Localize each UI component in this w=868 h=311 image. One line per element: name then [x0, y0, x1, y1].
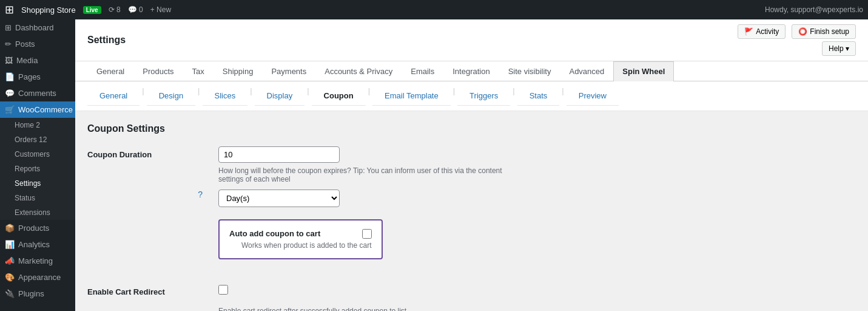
wp-logo-icon[interactable]: ⊞: [5, 3, 14, 16]
media-icon: 🖼: [5, 56, 13, 65]
tab-site-visibility[interactable]: Site visibility: [499, 61, 560, 81]
sidebar-label-woocommerce: WooCommerce: [18, 105, 73, 114]
separator: |: [562, 86, 564, 106]
duration-unit-control: Day(s) Hour(s) Minute(s): [218, 190, 856, 207]
plugins-icon: 🔌: [5, 289, 15, 298]
sidebar-item-extensions[interactable]: Extensions: [10, 205, 75, 220]
site-name[interactable]: Shopping Store: [21, 5, 76, 15]
sidebar-item-status[interactable]: Status: [10, 191, 75, 205]
subnav-general[interactable]: General: [87, 86, 140, 106]
sidebar-label-pages: Pages: [18, 72, 41, 81]
content-body: Coupon Settings Coupon Duration How long…: [75, 111, 868, 311]
analytics-icon: 📊: [5, 240, 15, 249]
user-greeting: Howdy, support@wpexperts.io: [765, 5, 863, 14]
subnav-triggers[interactable]: Triggers: [457, 86, 510, 106]
sidebar-label-marketing: Marketing: [18, 256, 53, 265]
sidebar-item-analytics[interactable]: 📊 Analytics: [0, 236, 75, 253]
sidebar-item-posts[interactable]: ✏ Posts: [0, 36, 75, 52]
subnav-stats[interactable]: Stats: [517, 86, 560, 106]
activity-button[interactable]: 🚩 Activity: [738, 24, 786, 39]
woocommerce-icon: 🛒: [5, 105, 15, 114]
header-actions: 🚩 Activity ⭕ Finish setup Help ▾: [738, 24, 856, 56]
finish-setup-button[interactable]: ⭕ Finish setup: [792, 24, 856, 39]
settings-tabs: General Products Tax Shipping Payments A…: [75, 61, 868, 81]
updates-count[interactable]: ⟳ 8: [109, 5, 121, 14]
live-badge: Live: [83, 6, 101, 14]
sidebar: ⊞ Dashboard ✏ Posts 🖼 Media 📄 Pages 💬 Co…: [0, 19, 75, 311]
separator: |: [513, 86, 514, 106]
cart-redirect-hint: Enable cart redirect after successfully …: [218, 307, 522, 311]
sidebar-item-woocommerce[interactable]: 🛒 WooCommerce: [0, 101, 75, 118]
marketing-icon: 📣: [5, 256, 15, 265]
sidebar-item-media[interactable]: 🖼 Media: [0, 52, 75, 69]
duration-unit-select[interactable]: Day(s) Hour(s) Minute(s): [218, 190, 340, 207]
posts-icon: ✏: [5, 39, 12, 49]
subnav-display[interactable]: Display: [255, 86, 305, 106]
auto-add-checkbox[interactable]: [362, 229, 372, 239]
coupon-duration-row: Coupon Duration How long will before the…: [87, 146, 856, 183]
comments-icon: 💬: [5, 89, 15, 98]
main-content: Settings 🚩 Activity ⭕ Finish setup Help …: [75, 19, 868, 311]
tab-spin-wheel[interactable]: Spin Wheel: [613, 61, 674, 81]
separator: |: [453, 86, 455, 106]
sidebar-label-plugins: Plugins: [18, 289, 44, 298]
subnav-preview[interactable]: Preview: [567, 86, 619, 106]
separator: |: [368, 86, 370, 106]
coupon-duration-label: Coupon Duration: [87, 146, 209, 159]
auto-add-row: Auto add coupon to cart: [229, 229, 372, 239]
coupon-duration-input[interactable]: [218, 146, 340, 163]
auto-add-form-row: Auto add coupon to cart Works when produ…: [87, 219, 856, 272]
cart-redirect-label: Enable Cart Redirect: [87, 284, 209, 296]
flag-icon: 🚩: [744, 27, 753, 36]
subnav-design[interactable]: Design: [147, 86, 195, 106]
tab-accounts[interactable]: Accounts & Privacy: [315, 61, 402, 81]
content-header: Settings 🚩 Activity ⭕ Finish setup Help …: [75, 19, 868, 61]
comments-link[interactable]: 💬 0: [128, 5, 143, 14]
separator: |: [198, 86, 200, 106]
help-icon[interactable]: ?: [198, 190, 203, 199]
tab-products[interactable]: Products: [133, 61, 183, 81]
sidebar-item-marketing[interactable]: 📣 Marketing: [0, 253, 75, 269]
subnav-slices[interactable]: Slices: [203, 86, 248, 106]
sub-nav: General | Design | Slices | Display | Co…: [75, 81, 868, 111]
woocommerce-submenu: Home 2 Orders 12 Customers Reports Setti…: [0, 118, 75, 220]
sidebar-item-appearance[interactable]: 🎨 Appearance: [0, 269, 75, 285]
page-title: Settings: [87, 35, 126, 46]
coupon-duration-hint: How long will before the coupon expires?…: [218, 166, 522, 183]
tab-payments[interactable]: Payments: [262, 61, 315, 81]
coupon-duration-control: How long will before the coupon expires?…: [218, 146, 856, 183]
sidebar-item-pages[interactable]: 📄 Pages: [0, 69, 75, 85]
help-button[interactable]: Help ▾: [822, 41, 856, 56]
subnav-email-template[interactable]: Email Template: [372, 86, 451, 106]
auto-add-label: Auto add coupon to cart: [229, 229, 356, 238]
sidebar-item-dashboard[interactable]: ⊞ Dashboard: [0, 19, 75, 36]
sidebar-item-customers[interactable]: Customers: [10, 147, 75, 162]
section-title: Coupon Settings: [87, 123, 856, 134]
dashboard-icon: ⊞: [5, 23, 12, 32]
separator: |: [307, 86, 309, 106]
sidebar-label-media: Media: [16, 56, 38, 65]
tab-general[interactable]: General: [87, 61, 133, 81]
tab-integration[interactable]: Integration: [443, 61, 499, 81]
tab-shipping[interactable]: Shipping: [214, 61, 263, 81]
sidebar-item-products[interactable]: 📦 Products: [0, 220, 75, 236]
pages-icon: 📄: [5, 72, 15, 81]
new-button[interactable]: + New: [150, 5, 171, 14]
sidebar-label-products: Products: [18, 224, 49, 233]
top-bar: ⊞ Shopping Store Live ⟳ 8 💬 0 + New Howd…: [0, 0, 868, 19]
sidebar-item-plugins[interactable]: 🔌 Plugins: [0, 285, 75, 302]
sidebar-label-dashboard: Dashboard: [15, 23, 54, 32]
subnav-coupon[interactable]: Coupon: [312, 86, 366, 106]
separator: |: [142, 86, 144, 106]
tab-advanced[interactable]: Advanced: [560, 61, 613, 81]
sidebar-item-home[interactable]: Home 2: [10, 118, 75, 132]
tab-tax[interactable]: Tax: [183, 61, 214, 81]
sidebar-item-reports[interactable]: Reports: [10, 162, 75, 176]
sidebar-item-comments[interactable]: 💬 Comments: [0, 85, 75, 101]
tab-emails[interactable]: Emails: [402, 61, 443, 81]
separator: |: [250, 86, 252, 106]
sidebar-item-orders[interactable]: Orders 12: [10, 132, 75, 147]
cart-redirect-checkbox[interactable]: [218, 285, 228, 295]
sidebar-item-settings[interactable]: Settings: [10, 176, 75, 191]
sidebar-label-appearance: Appearance: [18, 273, 61, 282]
